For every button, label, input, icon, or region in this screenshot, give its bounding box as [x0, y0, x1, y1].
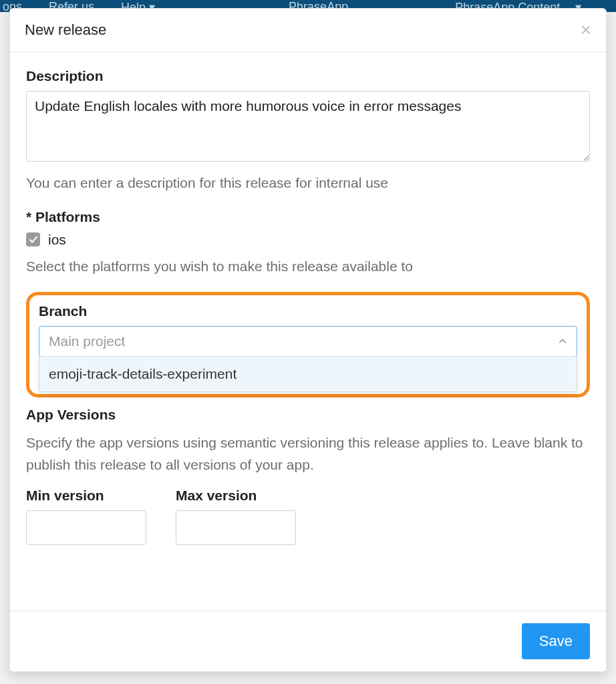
branch-label: Branch [39, 303, 577, 319]
chevron-up-icon [558, 333, 567, 349]
close-icon[interactable]: × [581, 21, 591, 39]
platform-row-ios[interactable]: ios [26, 232, 590, 248]
description-textarea[interactable] [26, 91, 590, 162]
branch-select[interactable]: Main project emoji-track-details-experim… [39, 326, 577, 357]
branch-placeholder: Main project [49, 333, 125, 349]
branch-option[interactable]: emoji-track-details-experiment [39, 357, 577, 391]
platform-name: ios [48, 232, 66, 248]
min-version-input[interactable] [26, 510, 146, 545]
modal-footer: Save [10, 611, 606, 671]
max-version-input[interactable] [176, 510, 296, 545]
max-version-label: Max version [176, 488, 296, 504]
branch-select-display[interactable]: Main project [39, 326, 577, 357]
min-version-col: Min version [26, 488, 146, 545]
branch-highlight: Branch Main project emoji-track-details-… [26, 292, 590, 397]
platforms-label: * Platforms [26, 209, 590, 225]
modal-header: New release × [10, 9, 606, 52]
description-label: Description [26, 68, 590, 84]
save-button[interactable]: Save [522, 623, 590, 659]
version-row: Min version Max version [26, 488, 590, 545]
max-version-col: Max version [176, 488, 296, 545]
min-version-label: Min version [26, 488, 146, 504]
description-hint: You can enter a description for this rel… [26, 172, 590, 194]
new-release-modal: New release × Description You can enter … [9, 8, 607, 672]
branch-dropdown: emoji-track-details-experiment [39, 356, 577, 392]
app-versions-hint: Specify the app versions using semantic … [26, 432, 590, 476]
modal-body: Description You can enter a description … [10, 52, 606, 611]
platforms-hint: Select the platforms you wish to make th… [26, 256, 590, 278]
description-group: Description You can enter a description … [26, 68, 590, 194]
checkbox-checked-icon[interactable] [26, 232, 40, 246]
app-versions-label: App Versions [26, 407, 590, 423]
modal-title: New release [25, 21, 106, 39]
platforms-group: * Platforms ios Select the platforms you… [26, 209, 590, 278]
